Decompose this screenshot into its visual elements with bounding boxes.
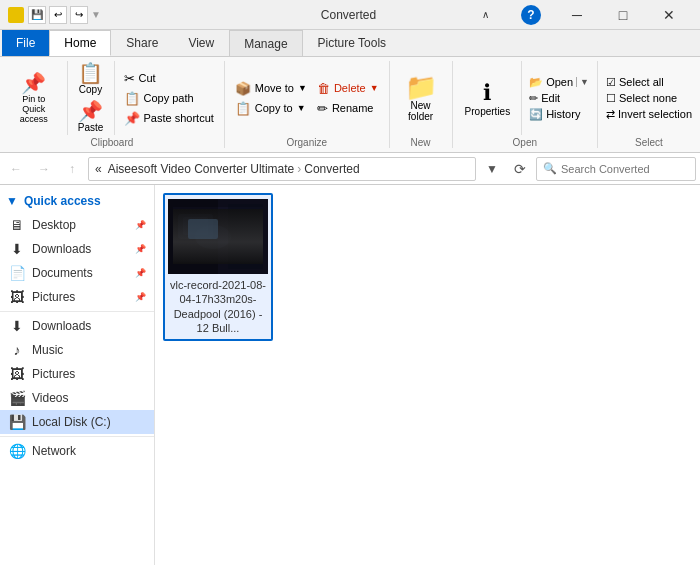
undo-btn[interactable]: ↩ — [49, 6, 67, 24]
sidebar-item-network[interactable]: 🌐 Network — [0, 439, 154, 463]
main-layout: ▼ Quick access 🖥 Desktop 📌 ⬇ Downloads 📌… — [0, 185, 700, 565]
sidebar-item-pictures[interactable]: 🖼 Pictures — [0, 362, 154, 386]
address-path[interactable]: « Aiseesoft Video Converter Ultimate › C… — [88, 157, 476, 181]
sidebar-item-pictures-quick[interactable]: 🖼 Pictures 📌 — [0, 285, 154, 309]
separator — [67, 61, 68, 135]
documents-pin: 📌 — [135, 268, 146, 278]
separator2 — [114, 61, 115, 135]
history-label: History — [546, 108, 580, 120]
rename-btn[interactable]: ✏ Rename — [313, 99, 383, 118]
delete-chevron: ▼ — [370, 83, 379, 93]
paste-shortcut-btn[interactable]: 📌 Paste shortcut — [120, 109, 218, 128]
tab-manage[interactable]: Manage — [229, 30, 302, 56]
file-item-video[interactable]: vlc-record-2021-08-04-17h33m20s-Deadpool… — [163, 193, 273, 341]
svg-rect-4 — [183, 217, 208, 235]
close-btn[interactable]: ✕ — [646, 0, 692, 30]
quick-save-btn[interactable]: 💾 — [28, 6, 46, 24]
help-icon: ? — [521, 5, 541, 25]
forward-btn[interactable]: → — [32, 157, 56, 181]
tab-share[interactable]: Share — [111, 30, 173, 56]
maximize-btn[interactable]: □ — [600, 0, 646, 30]
paste-shortcut-label: Paste shortcut — [144, 112, 214, 124]
sidebar-item-local-disk[interactable]: 💾 Local Disk (C:) — [0, 410, 154, 434]
tab-file[interactable]: File — [2, 30, 49, 56]
sidebar-item-downloads[interactable]: ⬇ Downloads — [0, 314, 154, 338]
documents-icon: 📄 — [8, 265, 26, 281]
dropdown-btn[interactable]: ▼ — [480, 157, 504, 181]
file-thumbnail — [168, 199, 268, 274]
title-bar-left: 💾 ↩ ↪ ▼ — [8, 6, 235, 24]
paste-btn[interactable]: 📌 Paste — [73, 99, 109, 135]
pictures-quick-pin: 📌 — [135, 292, 146, 302]
tab-home[interactable]: Home — [49, 30, 111, 56]
open-group: ℹ Properties 📂 Open ▼ ✏ Edit 🔄 History — [453, 61, 598, 148]
cut-label: Cut — [139, 72, 156, 84]
copy-to-label: Copy to — [255, 102, 293, 114]
search-box[interactable]: 🔍 — [536, 157, 696, 181]
organize-group: 📦 Move to ▼ 📋 Copy to ▼ 🗑 Delete ▼ ✏ — [225, 61, 390, 148]
refresh-btn[interactable]: ⟳ — [508, 157, 532, 181]
video-preview — [168, 199, 268, 274]
copy-icon: 📋 — [78, 63, 103, 83]
sidebar-item-downloads-quick[interactable]: ⬇ Downloads 📌 — [0, 237, 154, 261]
delete-btn[interactable]: 🗑 Delete ▼ — [313, 79, 383, 98]
open-btn[interactable]: 📂 Open ▼ — [527, 75, 591, 90]
sidebar-item-music[interactable]: ♪ Music — [0, 338, 154, 362]
select-none-btn[interactable]: ☐ Select none — [604, 91, 694, 106]
open-sep — [521, 61, 522, 135]
copy-path-btn[interactable]: 📋 Copy path — [120, 89, 218, 108]
copy-to-btn[interactable]: 📋 Copy to ▼ — [231, 99, 311, 118]
clipboard-label: Clipboard — [6, 135, 218, 148]
open-arrow[interactable]: ▼ — [576, 77, 589, 87]
videos-label: Videos — [32, 391, 68, 405]
history-btn[interactable]: 🔄 History — [527, 107, 591, 122]
open-edit-group: 📂 Open ▼ ✏ Edit 🔄 History — [527, 75, 591, 122]
downloads-icon: ⬇ — [8, 318, 26, 334]
search-input[interactable] — [561, 163, 699, 175]
pin-label: Pin to Quickaccess — [10, 94, 58, 124]
invert-selection-btn[interactable]: ⇄ Invert selection — [604, 107, 694, 122]
back-btn[interactable]: ← — [4, 157, 28, 181]
svg-rect-6 — [228, 204, 263, 269]
tab-view[interactable]: View — [173, 30, 229, 56]
desktop-icon: 🖥 — [8, 217, 26, 233]
minimize-btn[interactable]: ─ — [554, 0, 600, 30]
copy-btn[interactable]: 📋 Copy — [73, 61, 109, 97]
file-name: vlc-record-2021-08-04-17h33m20s-Deadpool… — [169, 278, 267, 335]
ribbon-tabs: File Home Share View Manage Picture Tool… — [0, 30, 700, 56]
up-btn[interactable]: ↑ — [60, 157, 84, 181]
clipboard-content: 📌 Pin to Quickaccess 📋 Copy 📌 Paste ✂ Cu… — [6, 61, 218, 135]
organize-col: 📦 Move to ▼ 📋 Copy to ▼ — [231, 79, 311, 118]
help-btn[interactable]: ? — [508, 0, 554, 30]
desktop-label: Desktop — [32, 218, 76, 232]
move-to-btn[interactable]: 📦 Move to ▼ — [231, 79, 311, 98]
redo-btn[interactable]: ↪ — [70, 6, 88, 24]
cut-icon: ✂ — [124, 71, 135, 86]
collapse-ribbon-btn[interactable]: ∧ — [462, 0, 508, 30]
svg-rect-3 — [178, 214, 213, 239]
cut-copy-col: ✂ Cut 📋 Copy path 📌 Paste shortcut — [120, 69, 218, 128]
address-bar: ← → ↑ « Aiseesoft Video Converter Ultima… — [0, 153, 700, 185]
copy-label: Copy — [79, 84, 102, 95]
window-title: Converted — [235, 8, 462, 22]
move-chevron: ▼ — [298, 83, 307, 93]
edit-btn[interactable]: ✏ Edit — [527, 91, 591, 106]
open-content: ℹ Properties 📂 Open ▼ ✏ Edit 🔄 History — [459, 61, 591, 135]
tab-picture-tools[interactable]: Picture Tools — [303, 30, 401, 56]
properties-btn[interactable]: ℹ Properties — [459, 78, 517, 119]
properties-label: Properties — [465, 106, 511, 117]
sidebar-item-desktop[interactable]: 🖥 Desktop 📌 — [0, 213, 154, 237]
sidebar-item-documents[interactable]: 📄 Documents 📌 — [0, 261, 154, 285]
sidebar-item-videos[interactable]: 🎬 Videos — [0, 386, 154, 410]
local-disk-icon: 💾 — [8, 414, 26, 430]
select-all-btn[interactable]: ☑ Select all — [604, 75, 694, 90]
pin-quick-access-btn[interactable]: 📌 Pin to Quickaccess — [6, 71, 62, 126]
sidebar-quick-access[interactable]: ▼ Quick access — [0, 189, 154, 213]
sidebar: ▼ Quick access 🖥 Desktop 📌 ⬇ Downloads 📌… — [0, 185, 155, 565]
paste-label: Paste — [78, 122, 104, 133]
folder-icon — [8, 7, 24, 23]
new-folder-btn[interactable]: 📁 Newfolder — [396, 71, 446, 125]
cut-btn[interactable]: ✂ Cut — [120, 69, 218, 88]
select-all-icon: ☑ — [606, 76, 616, 89]
edit-icon: ✏ — [529, 92, 538, 105]
